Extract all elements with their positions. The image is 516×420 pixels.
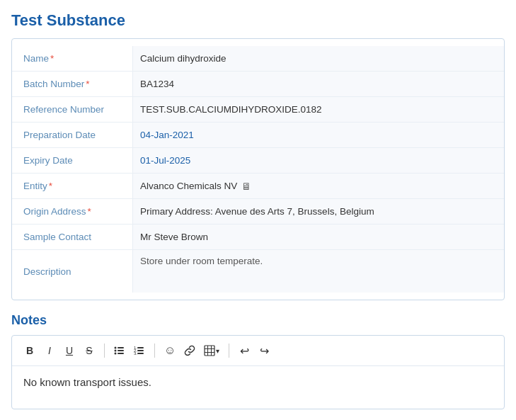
value-sample-contact: Mr Steve Brown xyxy=(132,225,504,249)
form-row-entity: Entity * Alvanco Chemicals NV 🖥 xyxy=(12,174,504,199)
notes-toolbar: B I U S 1. 2. xyxy=(12,336,504,366)
page-title: Test Substance xyxy=(11,11,505,30)
label-description: Description xyxy=(12,250,132,293)
svg-rect-9 xyxy=(137,350,144,351)
value-entity: Alvanco Chemicals NV 🖥 xyxy=(132,174,504,198)
test-substance-form: Name * Calcium dihydroxide Batch Number … xyxy=(11,38,505,300)
toolbar-formatting-group: B I U S xyxy=(21,341,98,360)
notes-content: No known transport issues. xyxy=(12,366,504,409)
strikethrough-button[interactable]: S xyxy=(80,341,98,360)
value-reference-number: TEST.SUB.CALCIUMDIHYDROXIDE.0182 xyxy=(132,97,504,122)
svg-rect-11 xyxy=(137,353,144,354)
svg-rect-5 xyxy=(117,353,124,354)
svg-point-2 xyxy=(115,350,117,352)
form-row-preparation-date: Preparation Date 04-Jan-2021 xyxy=(12,123,504,148)
svg-rect-3 xyxy=(117,350,124,351)
value-batch-number: BA1234 xyxy=(132,72,504,96)
form-row-description: Description Store under room temperate. xyxy=(12,250,504,293)
toolbar-history-group: ↩ ↪ xyxy=(235,341,273,360)
table-icon xyxy=(204,345,215,356)
svg-point-0 xyxy=(115,347,117,349)
label-sample-contact: Sample Contact xyxy=(12,225,132,249)
entity-monitor-icon: 🖥 xyxy=(241,181,251,192)
label-entity: Entity * xyxy=(12,174,132,198)
svg-rect-1 xyxy=(117,347,124,348)
label-expiry-date: Expiry Date xyxy=(12,148,132,173)
bullet-list-icon xyxy=(114,345,125,356)
notes-section-title: Notes xyxy=(11,313,505,328)
svg-point-4 xyxy=(115,353,117,355)
redo-button[interactable]: ↪ xyxy=(255,341,273,360)
notes-card: B I U S 1. 2. xyxy=(11,335,505,409)
form-row-name: Name * Calcium dihydroxide xyxy=(12,46,504,72)
svg-text:3.: 3. xyxy=(134,351,137,356)
table-button[interactable]: ▾ xyxy=(200,341,223,360)
toolbar-divider-2 xyxy=(154,344,155,358)
value-origin-address: Primary Address: Avenue des Arts 7, Brus… xyxy=(132,199,504,224)
value-description: Store under room temperate. xyxy=(132,250,504,293)
italic-button[interactable]: I xyxy=(40,341,59,360)
label-name: Name * xyxy=(12,46,132,71)
svg-rect-12 xyxy=(205,346,214,356)
value-name: Calcium dihydroxide xyxy=(132,46,504,71)
label-batch-number: Batch Number * xyxy=(12,72,132,96)
form-row-reference-number: Reference Number TEST.SUB.CALCIUMDIHYDRO… xyxy=(12,97,504,123)
ordered-list-button[interactable]: 1. 2. 3. xyxy=(130,341,149,360)
ordered-list-icon: 1. 2. 3. xyxy=(134,345,145,356)
form-row-origin-address: Origin Address * Primary Address: Avenue… xyxy=(12,199,504,225)
toolbar-divider-1 xyxy=(104,344,105,358)
form-row-batch-number: Batch Number * BA1234 xyxy=(12,72,504,97)
emoji-button[interactable]: ☺ xyxy=(161,341,179,360)
form-row-sample-contact: Sample Contact Mr Steve Brown xyxy=(12,225,504,250)
toolbar-divider-3 xyxy=(229,344,229,358)
label-preparation-date: Preparation Date xyxy=(12,123,132,147)
toolbar-list-group: 1. 2. 3. xyxy=(110,341,149,360)
svg-rect-7 xyxy=(137,347,144,348)
label-reference-number: Reference Number xyxy=(12,97,132,122)
link-button[interactable] xyxy=(180,341,199,360)
label-origin-address: Origin Address * xyxy=(12,199,132,224)
link-icon xyxy=(184,345,195,356)
form-row-expiry-date: Expiry Date 01-Jul-2025 xyxy=(12,148,504,174)
undo-button[interactable]: ↩ xyxy=(235,341,253,360)
bullet-list-button[interactable] xyxy=(110,341,129,360)
value-expiry-date: 01-Jul-2025 xyxy=(132,148,504,173)
table-chevron-icon: ▾ xyxy=(216,347,219,355)
toolbar-insert-group: ☺ ▾ xyxy=(161,341,223,360)
value-preparation-date: 04-Jan-2021 xyxy=(132,123,504,147)
underline-button[interactable]: U xyxy=(60,341,79,360)
bold-button[interactable]: B xyxy=(21,341,39,360)
